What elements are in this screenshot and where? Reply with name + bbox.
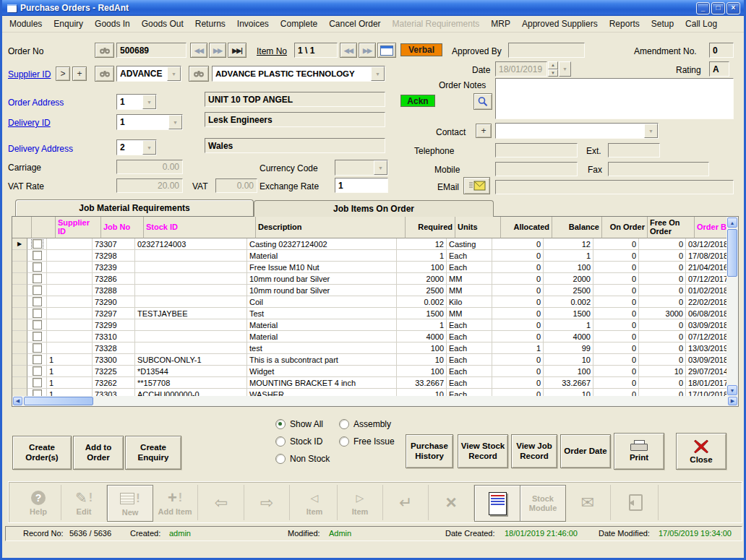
vat-rate-field[interactable]: 20.00 (116, 178, 183, 193)
checkbox-icon[interactable] (33, 320, 42, 329)
checkbox-icon[interactable] (33, 355, 42, 364)
table-row[interactable]: 7328610mm round bar Silver2000MM02000000… (12, 273, 726, 285)
table-row[interactable]: 7328810mm round bar Silver2500MM02500000… (12, 285, 726, 296)
item-detail-button[interactable] (377, 43, 396, 58)
filter-stock-id[interactable]: Stock ID (275, 436, 322, 447)
checkbox-icon[interactable] (33, 366, 42, 376)
row-selector[interactable] (12, 331, 27, 343)
order-no-input[interactable]: 500689 (116, 43, 186, 58)
supplier-name-search-button[interactable] (189, 66, 209, 82)
row-selector[interactable] (12, 319, 27, 331)
menu-call-log[interactable]: Call Log (679, 17, 723, 31)
checkbox-icon[interactable] (33, 239, 42, 249)
delivery-address-label[interactable]: Delivery Address (8, 144, 73, 154)
row-selector[interactable] (12, 250, 27, 262)
row-checkbox[interactable] (27, 331, 47, 343)
menu-cancel-order[interactable]: Cancel Order (323, 17, 386, 31)
filter-non-stock[interactable]: Non Stock (275, 454, 330, 464)
toolbar-report-icon[interactable] (474, 485, 520, 522)
row-checkbox[interactable] (27, 250, 47, 262)
table-row[interactable]: 73297TESTJAYBEETest1500MM015000300006/08… (12, 308, 726, 319)
delivery-id-label[interactable]: Delivery ID (8, 118, 51, 128)
exchange-rate-field[interactable]: 1 (335, 178, 388, 193)
supplier-code-dropdown[interactable]: ADVANCE▼ (116, 66, 181, 82)
column-header-on-order[interactable]: On Order (602, 217, 648, 238)
order-search-button[interactable] (95, 43, 114, 58)
row-selector[interactable]: ▶ (12, 238, 27, 250)
table-row[interactable]: 73239Free Issue M10 Nut100Each01000021/0… (12, 262, 726, 273)
item-no-input[interactable]: 1 \ 1 (294, 43, 338, 58)
column-header-stock-id[interactable]: Stock ID (144, 217, 256, 238)
filter-free-issue[interactable]: Free Issue (339, 436, 395, 447)
fax-field[interactable] (608, 162, 709, 176)
table-row[interactable]: 73299Material1Each010003/09/2018 (12, 319, 726, 331)
purchase-history-button[interactable]: Purchase History (406, 434, 453, 468)
checkbox-icon[interactable] (33, 332, 42, 341)
row-selector[interactable] (12, 366, 27, 377)
horizontal-scroll-thumb[interactable] (24, 397, 93, 405)
chevron-down-icon[interactable]: ▼ (142, 140, 156, 155)
column-header-required[interactable]: Required (406, 217, 455, 238)
telephone-field[interactable] (495, 143, 578, 158)
order-next-button[interactable]: ▶▶ (209, 43, 226, 58)
column-header-job-no[interactable]: Job No (101, 217, 144, 238)
menu-goods-in[interactable]: Goods In (89, 17, 136, 31)
menu-reports[interactable]: Reports (604, 17, 646, 31)
rating-field[interactable]: A (709, 61, 729, 77)
close-icon[interactable]: × (726, 2, 740, 14)
checkbox-icon[interactable] (33, 297, 42, 306)
checkbox-icon[interactable] (33, 389, 42, 396)
contact-add-button[interactable]: + (476, 124, 492, 138)
checkbox-icon[interactable] (33, 343, 42, 353)
maximize-icon[interactable]: □ (711, 2, 725, 14)
create-enquiry-button[interactable]: Create Enquiry (125, 436, 181, 470)
menu-setup[interactable]: Setup (646, 17, 679, 31)
grid-body[interactable]: ▶7330702327124003Casting 0232712400212Ca… (12, 238, 726, 396)
row-selector[interactable] (12, 296, 27, 308)
contact-dropdown[interactable]: ▼ (495, 123, 659, 139)
table-row[interactable]: 73298Material1Each010017/08/2018 (12, 250, 726, 262)
checkbox-icon[interactable] (33, 309, 42, 318)
table-row[interactable]: 173300SUBCON-ONLY-1This is a subcontract… (12, 354, 726, 366)
email-button[interactable] (463, 177, 490, 194)
vertical-scroll-thumb[interactable] (727, 229, 737, 277)
row-checkbox[interactable] (27, 389, 47, 396)
table-row[interactable]: 73310Material4000Each040000007/12/2018 (12, 331, 726, 343)
email-field[interactable] (495, 180, 734, 194)
chevron-down-icon[interactable]: ▼ (167, 66, 181, 81)
date-spinner[interactable]: ▲▼ (548, 61, 558, 77)
column-header-description[interactable]: Description (256, 217, 406, 238)
delivery-address-dropdown[interactable]: 2▼ (116, 139, 157, 155)
table-row[interactable]: 73290Coil0.002Kilo00.0020022/02/2018 (12, 296, 726, 308)
menu-goods-out[interactable]: Goods Out (136, 17, 189, 31)
item-prev-button[interactable]: ◀◀ (340, 43, 357, 58)
row-checkbox[interactable] (27, 354, 47, 366)
column-header-allocated[interactable]: Allocated (501, 217, 552, 238)
menu-mrp[interactable]: MRP (485, 17, 516, 31)
item-next-button[interactable]: ▶▶ (359, 43, 376, 58)
supplier-search-button[interactable] (95, 66, 114, 82)
filter-assembly[interactable]: Assembly (339, 419, 391, 429)
row-selector[interactable] (12, 273, 27, 285)
menu-complete[interactable]: Complete (275, 17, 323, 31)
checkbox-icon[interactable] (33, 262, 42, 272)
menu-modules[interactable]: Modules (4, 17, 48, 31)
menu-returns[interactable]: Returns (189, 17, 231, 31)
minimize-icon[interactable]: _ (696, 2, 710, 14)
row-selector[interactable] (12, 354, 27, 366)
lookup-button[interactable] (473, 93, 492, 110)
column-header-balance[interactable]: Balance (552, 217, 602, 238)
row-checkbox[interactable] (27, 285, 47, 296)
mobile-field[interactable] (495, 162, 578, 176)
chevron-down-icon[interactable]: ▼ (371, 66, 385, 81)
chevron-down-icon[interactable]: ▼ (644, 124, 658, 138)
table-row[interactable]: 173225*D13544Widget100Each010001029/07/2… (12, 366, 726, 377)
checkbox-icon[interactable] (33, 285, 42, 295)
row-selector[interactable] (12, 285, 27, 296)
table-row[interactable]: 173262**157708MOUNTING BRACKET 4 inch33.… (12, 377, 726, 389)
row-selector[interactable] (12, 308, 27, 319)
checkbox-icon[interactable] (33, 274, 42, 283)
row-checkbox[interactable] (27, 296, 47, 308)
scroll-up-icon[interactable]: ▲ (727, 217, 737, 228)
carriage-field[interactable]: 0.00 (116, 160, 183, 174)
